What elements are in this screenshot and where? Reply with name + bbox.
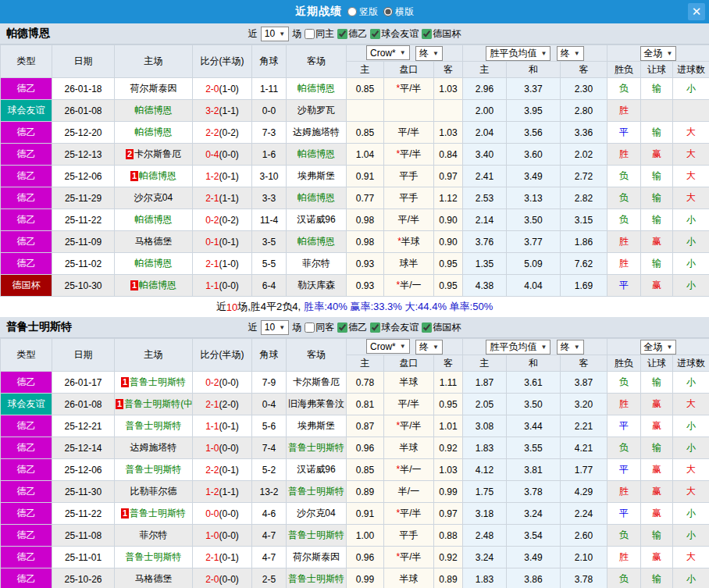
avg-away-value: 2.72 — [561, 166, 607, 187]
team-label: 勒沃库森 — [297, 280, 335, 290]
same-venue-checkbox-input[interactable] — [305, 323, 315, 333]
away-team: 沙尔克04 — [287, 503, 347, 525]
odds-home-value: 0.87 — [347, 415, 384, 437]
halftime-score: (1-1) — [219, 193, 239, 204]
odds-away-value: 0.88 — [434, 525, 463, 547]
odds-final-select[interactable]: 终▼ — [415, 46, 443, 61]
handicap-value: 半/一 — [384, 481, 434, 503]
handicap-label: 半球 — [400, 442, 419, 453]
rank-badge: 1 — [116, 399, 123, 409]
halftime-score: (2-0) — [219, 399, 239, 410]
odds-final-select[interactable]: 终▼ — [415, 340, 443, 355]
match-date: 25-11-22 — [52, 209, 115, 231]
result-goals: 大 — [673, 481, 709, 503]
chevron-down-icon: ▼ — [667, 50, 673, 57]
fulltime-score: 2-0 — [205, 574, 219, 585]
match-type: 德乙 — [1, 187, 52, 209]
match-score: 2-2(0-2) — [193, 122, 252, 144]
friendly-checkbox[interactable]: 球会友谊 — [370, 27, 419, 41]
layout-horizontal-option[interactable]: 横版 — [383, 5, 414, 19]
match-row: 德乙25-11-02帕德博恩2-1(1-0)5-5菲尔特0.93球半0.951.… — [1, 253, 709, 275]
record-summary: 近10场,胜4平2负4, 胜率:40% 赢率:33.3% 大:44.4% 单率:… — [0, 297, 709, 317]
avg-draw-value: 3.50 — [507, 209, 561, 231]
handicap-value: 平/半 — [384, 209, 434, 231]
avg-final-select[interactable]: 终▼ — [557, 46, 584, 61]
fulltime-score: 1-1 — [205, 421, 219, 432]
odds-away-value: 0.90 — [434, 231, 463, 253]
handicap-value: 平/半 — [384, 122, 434, 144]
friendly-checkbox[interactable]: 球会友谊 — [370, 321, 419, 334]
odds-provider-select[interactable]: Crow*▼ — [366, 339, 410, 354]
avg-home-value: 4.12 — [463, 459, 507, 481]
away-team: 帕德博恩 — [287, 144, 347, 166]
home-team: 荷尔斯泰因 — [115, 78, 193, 100]
same-venue-checkbox[interactable]: 同主 — [305, 27, 334, 41]
odds-away-value: 1.11 — [434, 372, 463, 394]
cup-checkbox-input[interactable] — [422, 323, 432, 333]
vertical-radio[interactable] — [347, 7, 357, 16]
odds-home-value: 0.98 — [347, 231, 384, 253]
corner-count: 6-4 — [252, 275, 287, 297]
result-goals: 大 — [673, 459, 709, 481]
same-venue-checkbox[interactable]: 同客 — [305, 321, 334, 334]
cup-checkbox[interactable]: 德国杯 — [422, 321, 461, 334]
halftime-score: (0-2) — [219, 127, 239, 138]
corner-count: 2-5 — [252, 568, 287, 588]
match-score: 3-2(1-1) — [193, 100, 252, 122]
match-count-select[interactable]: 10▼ — [261, 320, 289, 335]
horizontal-radio[interactable] — [383, 7, 393, 16]
col-date: 日期 — [52, 45, 115, 78]
home-team: 1普鲁士明斯特 — [115, 372, 193, 394]
avg-final-select[interactable]: 终▼ — [557, 340, 584, 355]
avg-draw-value: 3.60 — [507, 144, 561, 166]
friendly-checkbox-input[interactable] — [370, 323, 380, 333]
match-type: 德乙 — [1, 481, 52, 503]
avg-home-value: 1.87 — [463, 372, 507, 394]
odds-provider-select[interactable]: Crow*▼ — [366, 45, 410, 60]
near-label: 近 — [248, 27, 258, 41]
friendly-checkbox-input[interactable] — [370, 29, 380, 39]
handicap-value: 半球 — [384, 437, 434, 459]
fullmatch-select[interactable]: 全场▼ — [640, 46, 677, 61]
avg-select[interactable]: 胜平负均值▼ — [486, 46, 550, 61]
team-label: 埃弗斯堡 — [297, 170, 335, 181]
odds-away-value: 1.03 — [434, 78, 463, 100]
layout-vertical-option[interactable]: 竖版 — [347, 5, 378, 19]
result-handicap: 输 — [641, 166, 673, 187]
match-row: 德乙25-11-01普鲁士明斯特2-1(0-1)4-7荷尔斯泰因0.96*平/半… — [1, 547, 709, 568]
avg-away-value: 2.24 — [561, 503, 607, 525]
team-label: 普鲁士明斯特(中) — [124, 398, 192, 409]
halftime-score: (0-0) — [219, 508, 239, 519]
match-count-select[interactable]: 10▼ — [261, 27, 289, 41]
avg-select[interactable]: 胜平负均值▼ — [486, 340, 550, 355]
corner-count: 5-2 — [252, 459, 287, 481]
match-score: 2-0(1-0) — [193, 78, 252, 100]
corner-count: 3-5 — [252, 231, 287, 253]
col-type: 类型 — [1, 45, 52, 78]
match-row: 德乙25-12-132卡尔斯鲁厄0-4(0-0)1-6帕德博恩1.04*平/半0… — [1, 144, 709, 166]
avg-draw-value: 3.49 — [507, 547, 561, 568]
result-handicap — [641, 100, 673, 122]
league2-checkbox[interactable]: 德乙 — [337, 321, 367, 334]
handicap-label: 半/一 — [398, 486, 419, 497]
avg-draw-value: 3.50 — [507, 394, 561, 415]
home-team: 普鲁士明斯特 — [115, 415, 193, 437]
league2-checkbox[interactable]: 德乙 — [337, 27, 367, 41]
fullmatch-select[interactable]: 全场▼ — [640, 340, 677, 355]
odds-home-value: 1.00 — [347, 525, 384, 547]
close-icon[interactable]: ✕ — [688, 3, 705, 20]
cup-checkbox[interactable]: 德国杯 — [422, 27, 461, 41]
avg-home-value: 2.14 — [463, 209, 507, 231]
avg-home-value: 4.38 — [463, 275, 507, 297]
odds-away-value: 0.89 — [434, 568, 463, 588]
cup-checkbox-input[interactable] — [422, 29, 432, 39]
corner-count: 7-3 — [252, 122, 287, 144]
fulltime-score: 2-1 — [205, 399, 219, 410]
rank-badge: 2 — [126, 149, 134, 159]
league2-checkbox-input[interactable] — [337, 29, 347, 39]
team-label: 卡尔斯鲁厄 — [134, 148, 181, 159]
league2-checkbox-input[interactable] — [337, 323, 347, 333]
fulltime-score: 2-1 — [205, 552, 219, 563]
table-header: 类型 日期 主场 比分(半场) 角球 客场 Crow*▼ 终▼ 胜平负均值▼ 终… — [1, 339, 709, 372]
same-venue-checkbox-input[interactable] — [305, 29, 315, 39]
